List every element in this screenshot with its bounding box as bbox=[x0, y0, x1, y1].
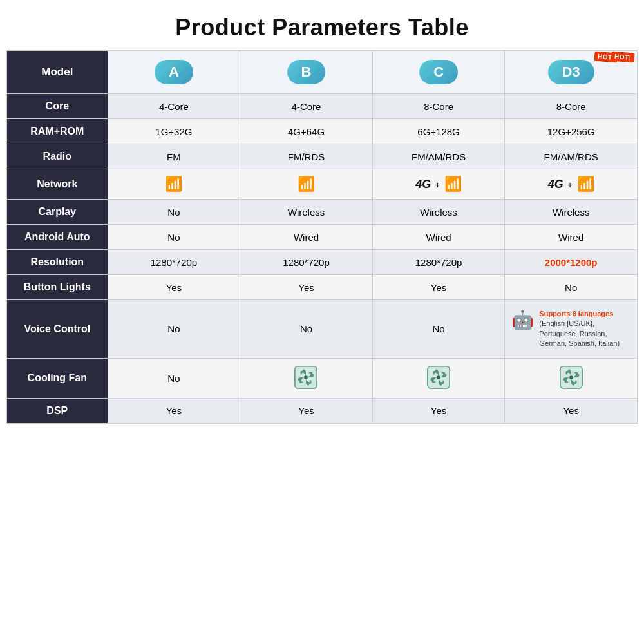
button-lights-c: Yes bbox=[372, 275, 505, 300]
core-label: Core bbox=[7, 94, 108, 119]
network-label: Network bbox=[7, 169, 108, 200]
cooling-fan-b bbox=[240, 358, 373, 398]
carplay-row: Carplay No Wireless Wireless Wireless bbox=[7, 200, 638, 225]
robot-icon: 🤖 bbox=[511, 309, 534, 330]
carplay-c: Wireless bbox=[372, 200, 505, 225]
plus-c: + bbox=[435, 179, 440, 190]
ram-a: 1G+32G bbox=[108, 119, 240, 144]
android-auto-d: Wired bbox=[505, 225, 638, 250]
model-d-cell: HOT! D3 HOT! bbox=[505, 51, 638, 94]
network-b: 📶 bbox=[240, 169, 373, 200]
voice-control-label: Voice Control bbox=[7, 300, 108, 359]
ram-d: 12G+256G bbox=[505, 119, 638, 144]
button-lights-d: No bbox=[505, 275, 638, 300]
ram-label: RAM+ROM bbox=[7, 119, 108, 144]
hot-badge-d: HOT! bbox=[611, 51, 635, 62]
resolution-b: 1280*720p bbox=[240, 250, 373, 275]
fan-icon-c bbox=[426, 365, 451, 390]
cooling-fan-d bbox=[505, 358, 638, 398]
network-a: 📶 bbox=[108, 169, 240, 200]
fan-icon-d bbox=[559, 365, 583, 390]
radio-c: FM/AM/RDS bbox=[372, 144, 505, 169]
voice-control-c: No bbox=[372, 300, 505, 359]
ram-row: RAM+ROM 1G+32G 4G+64G 6G+128G 12G+256G bbox=[7, 119, 638, 144]
resolution-row: Resolution 1280*720p 1280*720p 1280*720p… bbox=[7, 250, 638, 275]
model-badge-d: D3 bbox=[548, 60, 594, 84]
button-lights-row: Button Lights Yes Yes Yes No bbox=[7, 275, 638, 300]
dsp-label: DSP bbox=[7, 398, 108, 423]
plus-d: + bbox=[567, 179, 573, 190]
radio-d: FM/AM/RDS bbox=[505, 144, 638, 169]
android-auto-label: Android Auto bbox=[7, 225, 108, 250]
core-c: 8-Core bbox=[372, 94, 505, 119]
voice-special-cell: 🤖 Supports 8 languages (English [US/UK],… bbox=[509, 307, 633, 352]
table-wrapper: Model A B C HOT! D3 HOT! Core 4-Core 4-C… bbox=[0, 50, 644, 437]
4g-icon-c: 4G bbox=[415, 178, 431, 191]
radio-label: Radio bbox=[7, 144, 108, 169]
wifi-icon-d: 📶 bbox=[577, 176, 594, 193]
model-row: Model A B C HOT! D3 HOT! bbox=[7, 51, 638, 94]
cooling-fan-row: Cooling Fan No bbox=[7, 358, 638, 398]
voice-sub-text: (English [US/UK], Portuguese, Russian, G… bbox=[539, 319, 630, 348]
svg-point-5 bbox=[569, 375, 573, 379]
wifi-icon-b: 📶 bbox=[298, 176, 315, 192]
button-lights-label: Button Lights bbox=[7, 275, 108, 300]
model-c-cell: C bbox=[372, 51, 505, 94]
carplay-d: Wireless bbox=[505, 200, 638, 225]
dsp-a: Yes bbox=[108, 398, 240, 423]
voice-main-text: Supports 8 languages bbox=[539, 309, 630, 319]
cooling-fan-a: No bbox=[108, 358, 240, 398]
android-auto-row: Android Auto No Wired Wired Wired bbox=[7, 225, 638, 250]
ram-b: 4G+64G bbox=[240, 119, 373, 144]
carplay-a: No bbox=[108, 200, 240, 225]
product-table: Model A B C HOT! D3 HOT! Core 4-Core 4-C… bbox=[6, 50, 638, 424]
voice-control-a: No bbox=[108, 300, 240, 359]
android-auto-c: Wired bbox=[372, 225, 505, 250]
network-4g-wifi-d: 4G + 📶 bbox=[509, 176, 633, 193]
radio-row: Radio FM FM/RDS FM/AM/RDS FM/AM/RDS bbox=[7, 144, 638, 169]
radio-a: FM bbox=[108, 144, 240, 169]
dsp-row: DSP Yes Yes Yes Yes bbox=[7, 398, 638, 423]
android-auto-b: Wired bbox=[240, 225, 373, 250]
fan-icon-b bbox=[294, 365, 318, 390]
ram-c: 6G+128G bbox=[372, 119, 505, 144]
model-badge-c: C bbox=[419, 60, 458, 84]
model-badge-a: A bbox=[155, 60, 193, 84]
cooling-fan-c bbox=[372, 358, 505, 398]
network-4g-wifi-c: 4G + 📶 bbox=[377, 176, 501, 193]
dsp-d: Yes bbox=[505, 398, 638, 423]
network-c: 4G + 📶 bbox=[372, 169, 505, 200]
resolution-d: 2000*1200p bbox=[505, 250, 638, 275]
carplay-b: Wireless bbox=[240, 200, 373, 225]
radio-b: FM/RDS bbox=[240, 144, 373, 169]
resolution-d-value: 2000*1200p bbox=[545, 257, 598, 268]
page-title: Product Parameters Table bbox=[0, 0, 644, 50]
core-a: 4-Core bbox=[108, 94, 240, 119]
wifi-icon-a: 📶 bbox=[165, 176, 182, 192]
model-label: Model bbox=[7, 51, 108, 94]
voice-control-d: 🤖 Supports 8 languages (English [US/UK],… bbox=[505, 300, 638, 359]
android-auto-a: No bbox=[108, 225, 240, 250]
core-b: 4-Core bbox=[240, 94, 373, 119]
network-d: 4G + 📶 bbox=[505, 169, 638, 200]
carplay-label: Carplay bbox=[7, 200, 108, 225]
network-row: Network 📶 📶 4G + 📶 4G + 📶 bbox=[7, 169, 638, 200]
model-b-cell: B bbox=[240, 51, 373, 94]
svg-point-1 bbox=[305, 375, 308, 379]
dsp-c: Yes bbox=[372, 398, 505, 423]
model-badge-b: B bbox=[287, 60, 326, 84]
button-lights-a: Yes bbox=[108, 275, 240, 300]
voice-text: Supports 8 languages (English [US/UK], P… bbox=[539, 309, 630, 349]
core-d: 8-Core bbox=[505, 94, 638, 119]
4g-icon-d: 4G bbox=[548, 178, 564, 191]
cooling-fan-label: Cooling Fan bbox=[7, 358, 108, 398]
resolution-label: Resolution bbox=[7, 250, 108, 275]
resolution-a: 1280*720p bbox=[108, 250, 240, 275]
voice-control-row: Voice Control No No No 🤖 Supports 8 lang… bbox=[7, 300, 638, 359]
voice-control-b: No bbox=[240, 300, 373, 359]
model-a-cell: A bbox=[108, 51, 240, 94]
wifi-icon-c: 📶 bbox=[444, 176, 462, 193]
dsp-b: Yes bbox=[240, 398, 373, 423]
svg-point-3 bbox=[437, 375, 440, 379]
core-row: Core 4-Core 4-Core 8-Core 8-Core bbox=[7, 94, 638, 119]
